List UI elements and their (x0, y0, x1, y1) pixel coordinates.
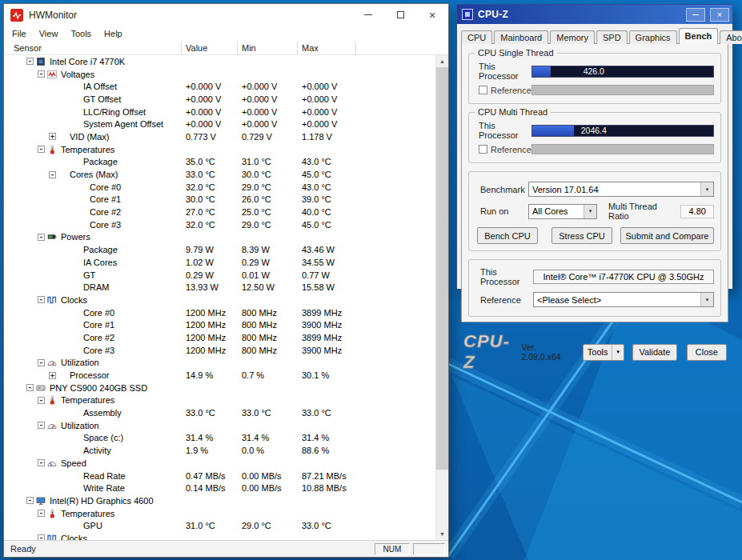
table-row[interactable]: Core #2 1200 MHz 800 MHz 3899 MHz (4, 331, 435, 344)
table-row[interactable]: - Voltages (4, 68, 435, 81)
chevron-down-icon[interactable]: ▼ (700, 182, 713, 196)
tree-expander[interactable]: - (38, 459, 45, 466)
scrollbar-thumb[interactable] (436, 67, 448, 470)
hwmonitor-titlebar[interactable]: HWMonitor × (4, 4, 448, 26)
table-row[interactable]: - Utilization (4, 419, 435, 432)
tree-expander[interactable]: - (38, 359, 45, 366)
tree-expander[interactable]: - (38, 397, 45, 404)
submit-and-compare-button[interactable]: Submit and Compare (620, 227, 714, 244)
min-cell: 26.0 °C (238, 194, 298, 204)
tree-expander[interactable]: + (49, 372, 56, 379)
table-row[interactable]: - Speed (4, 457, 435, 470)
menu-file[interactable]: File (6, 27, 33, 40)
minimize-button[interactable] (352, 4, 384, 26)
tab-graphics[interactable]: Graphics (629, 30, 677, 44)
close-dialog-button[interactable]: Close (687, 344, 727, 361)
table-row[interactable]: Space (c:) 31.4 % 31.4 % 31.4 % (4, 432, 435, 445)
minimize-button[interactable] (686, 8, 705, 22)
table-row[interactable]: IA Cores 1.02 W 0.29 W 34.55 W (4, 256, 435, 269)
bench-cpu-button[interactable]: Bench CPU (477, 227, 538, 244)
tree-expander[interactable]: - (38, 70, 45, 78)
tools-button[interactable]: Tools ▼ (583, 344, 624, 361)
reference-select[interactable]: <Please Select> ▼ (533, 292, 714, 307)
tab-cpu[interactable]: CPU (461, 30, 492, 44)
table-row[interactable]: GPU 31.0 °C 29.0 °C 33.0 °C (4, 519, 435, 532)
tree-expander[interactable]: - (26, 58, 34, 65)
table-row[interactable]: LLC/Ring Offset +0.000 V +0.000 V +0.000… (4, 106, 435, 118)
tree-expander[interactable]: - (38, 534, 45, 540)
close-button[interactable]: × (710, 8, 729, 22)
chevron-down-icon[interactable]: ▼ (700, 293, 713, 306)
tab-memory[interactable]: Memory (550, 30, 595, 44)
table-row[interactable]: System Agent Offset +0.000 V +0.000 V +0… (4, 118, 435, 130)
scroll-up-icon[interactable]: ▲ (436, 55, 448, 67)
tree-expander[interactable]: - (38, 296, 45, 303)
table-row[interactable]: Core #3 32.0 °C 29.0 °C 45.0 °C (4, 218, 435, 231)
table-row[interactable]: + VID (Max) 0.773 V 0.729 V 1.178 V (4, 130, 435, 143)
window-title: CPU-Z (478, 9, 508, 20)
vertical-scrollbar[interactable]: ▲ ▼ (435, 55, 448, 540)
table-row[interactable]: IA Offset +0.000 V +0.000 V +0.000 V (4, 80, 435, 93)
tree-expander[interactable]: - (38, 510, 45, 517)
tree-expander[interactable]: - (38, 146, 45, 153)
multi-thread-reference-checkbox[interactable] (479, 145, 487, 154)
table-row[interactable]: Activity 1.9 % 0.0 % 88.6 % (4, 444, 435, 457)
table-row[interactable]: Write Rate 0.14 MB/s 0.00 MB/s 10.88 MB/… (4, 482, 435, 494)
table-row[interactable]: DRAM 13.93 W 12.50 W 15.58 W (4, 281, 435, 294)
table-row[interactable]: Package 35.0 °C 31.0 °C 43.0 °C (4, 156, 435, 169)
single-thread-reference-checkbox[interactable] (479, 86, 487, 94)
table-row[interactable]: GT Offset +0.000 V +0.000 V +0.000 V (4, 93, 435, 106)
tree-expander[interactable]: - (49, 171, 56, 178)
tab-spd[interactable]: SPD (596, 30, 628, 44)
reference-label: Reference (491, 145, 531, 154)
menu-view[interactable]: View (33, 27, 65, 40)
tree-expander[interactable]: - (38, 422, 45, 429)
table-row[interactable]: Core #0 32.0 °C 29.0 °C 43.0 °C (4, 181, 435, 194)
min-cell: 8.39 W (238, 245, 298, 254)
table-row[interactable]: - Intel Core i7 4770K (4, 55, 435, 68)
close-button[interactable]: × (416, 4, 448, 26)
tree-expander[interactable]: - (26, 497, 34, 504)
chevron-down-icon[interactable]: ▼ (584, 205, 596, 218)
column-header-value[interactable]: Value (182, 42, 238, 54)
table-row[interactable]: Core #3 1200 MHz 800 MHz 3900 MHz (4, 344, 435, 357)
table-row[interactable]: - PNY CS900 240GB SSD (4, 382, 435, 394)
table-row[interactable]: GT 0.29 W 0.01 W 0.77 W (4, 269, 435, 282)
table-row[interactable]: - Cores (Max) 33.0 °C 30.0 °C 45.0 °C (4, 168, 435, 181)
table-row[interactable]: + Processor 14.9 % 0.7 % 30.1 % (4, 369, 435, 382)
menu-tools[interactable]: Tools (64, 27, 98, 40)
table-row[interactable]: Package 9.79 W 8.39 W 43.46 W (4, 243, 435, 256)
table-row[interactable]: Core #1 1200 MHz 800 MHz 3900 MHz (4, 318, 435, 331)
tree-expander[interactable]: + (49, 133, 56, 140)
table-row[interactable]: Core #1 30.0 °C 26.0 °C 39.0 °C (4, 194, 435, 206)
table-row[interactable]: Read Rate 0.47 MB/s 0.00 MB/s 87.21 MB/s (4, 470, 435, 482)
tree-expander[interactable]: - (38, 234, 45, 241)
menu-help[interactable]: Help (98, 27, 129, 40)
table-row[interactable]: - Temperatures (4, 394, 435, 407)
maximize-button[interactable] (384, 4, 416, 26)
column-header-sensor[interactable]: Sensor (4, 42, 182, 54)
table-row[interactable]: Core #0 1200 MHz 800 MHz 3899 MHz (4, 306, 435, 319)
tab-mainboard[interactable]: Mainboard (494, 30, 548, 44)
benchmark-version-select[interactable]: Version 17.01.64 ▼ (528, 182, 714, 197)
column-header-min[interactable]: Min (238, 42, 298, 54)
table-row[interactable]: Core #2 27.0 °C 25.0 °C 40.0 °C (4, 206, 435, 218)
table-row[interactable]: - Clocks (4, 532, 435, 540)
table-row[interactable]: Assembly 33.0 °C 33.0 °C 33.0 °C (4, 406, 435, 419)
tab-about[interactable]: About (720, 30, 742, 44)
scroll-down-icon[interactable]: ▼ (436, 528, 448, 540)
table-row[interactable]: - Intel(R) HD Graphics 4600 (4, 494, 435, 507)
validate-button[interactable]: Validate (632, 344, 677, 361)
cpuz-titlebar[interactable]: CPU-Z × (457, 5, 732, 24)
tree-expander[interactable]: - (26, 384, 34, 391)
tab-bench[interactable]: Bench (679, 28, 719, 44)
run-on-select[interactable]: All Cores ▼ (528, 204, 597, 219)
table-row[interactable]: - Utilization (4, 357, 435, 370)
stress-cpu-button[interactable]: Stress CPU (551, 227, 612, 244)
table-row[interactable]: - Temperatures (4, 507, 435, 520)
table-row[interactable]: - Clocks (4, 294, 435, 306)
table-row[interactable]: - Powers (4, 231, 435, 244)
sensor-label: Core #1 (90, 194, 121, 204)
column-header-max[interactable]: Max (298, 42, 356, 54)
table-row[interactable]: - Temperatures (4, 143, 435, 156)
